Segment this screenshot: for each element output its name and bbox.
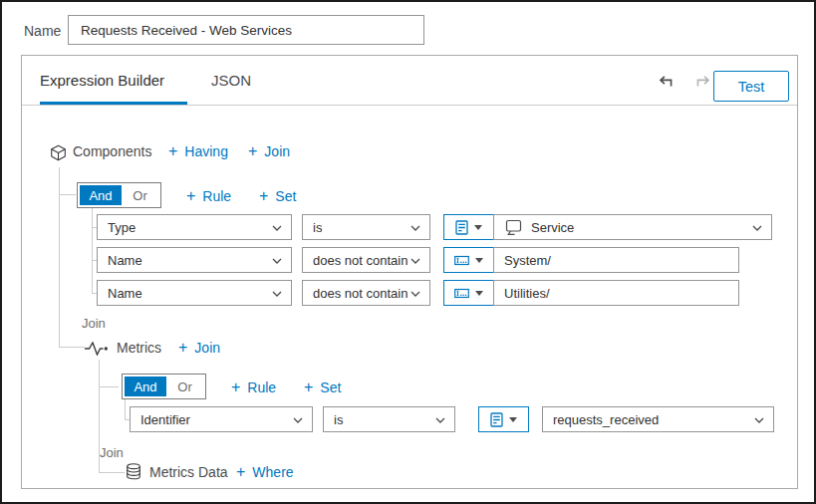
operator-select[interactable]: does not contain (302, 280, 430, 306)
plus-icon: + (304, 380, 313, 394)
caret-down-icon (475, 258, 483, 263)
cube-icon (50, 144, 67, 165)
text-input-icon (454, 286, 469, 301)
chevron-down-icon (410, 258, 420, 264)
tree-line (99, 472, 125, 473)
name-label: Name (24, 23, 61, 39)
chevron-down-icon (272, 291, 282, 297)
add-having-link[interactable]: + Having (168, 143, 228, 159)
join-label: Join (82, 316, 106, 331)
tree-line (92, 208, 93, 293)
plus-icon: + (259, 189, 268, 203)
chevron-down-icon (752, 225, 762, 231)
text-input-icon (454, 253, 469, 268)
add-where-link[interactable]: + Where (236, 464, 294, 480)
add-join-link-metrics[interactable]: + Join (178, 340, 220, 356)
field-select[interactable]: Type (97, 214, 292, 240)
metrics-node-label: Metrics (117, 340, 161, 356)
or-segment[interactable]: Or (122, 185, 158, 205)
operator-select[interactable]: is (323, 406, 455, 432)
name-input[interactable] (68, 15, 424, 45)
add-set-link[interactable]: + Set (304, 379, 341, 395)
value-input[interactable] (493, 280, 739, 306)
value-select[interactable]: Service (493, 214, 772, 240)
tree-line (59, 347, 85, 348)
caret-down-icon (509, 417, 517, 422)
or-segment[interactable]: Or (166, 377, 203, 396)
operator-select[interactable]: is (302, 214, 430, 240)
and-segment[interactable]: And (80, 185, 122, 205)
chevron-down-icon (272, 225, 282, 231)
service-icon (504, 219, 523, 236)
expression-builder-window: Name Expression Builder JSON Test Compon… (0, 0, 816, 504)
value-type-selector-button[interactable] (478, 406, 529, 432)
components-node-label: Components (73, 143, 151, 159)
join-label: Join (100, 445, 124, 460)
add-join-link-components[interactable]: + Join (248, 143, 290, 159)
caret-down-icon (475, 291, 483, 296)
pulse-icon (85, 342, 109, 360)
and-or-toggle: And Or (122, 374, 206, 399)
plus-icon: + (231, 380, 240, 394)
value-type-selector-button[interactable] (443, 280, 494, 306)
value-input[interactable] (493, 247, 739, 273)
field-select[interactable]: Name (97, 247, 292, 273)
field-select[interactable]: Identifier (130, 406, 313, 432)
database-icon (126, 463, 141, 484)
chevron-down-icon (410, 291, 420, 297)
chevron-down-icon (293, 417, 303, 423)
undo-icon[interactable] (656, 72, 676, 90)
chevron-down-icon (272, 258, 282, 264)
value-type-selector-button[interactable] (443, 247, 494, 273)
chevron-down-icon (410, 225, 420, 231)
add-rule-link[interactable]: + Rule (186, 188, 231, 204)
chevron-down-icon (435, 417, 445, 423)
caret-down-icon (474, 225, 482, 230)
operator-select[interactable]: does not contain (302, 247, 430, 273)
plus-icon: + (186, 189, 195, 203)
add-rule-link[interactable]: + Rule (231, 379, 276, 395)
tab-divider (22, 105, 797, 106)
tree-line (59, 194, 76, 195)
value-select[interactable]: requests_received (542, 406, 774, 432)
field-select[interactable]: Name (97, 280, 292, 306)
chevron-down-icon (754, 417, 764, 423)
plus-icon: + (236, 465, 245, 479)
builder-panel: Expression Builder JSON Test Components … (21, 55, 798, 489)
plus-icon: + (178, 341, 187, 355)
test-button[interactable]: Test (713, 71, 789, 102)
list-select-icon (455, 220, 468, 235)
add-set-link[interactable]: + Set (259, 188, 296, 204)
tree-line (125, 399, 126, 419)
redo-icon[interactable] (693, 72, 713, 90)
plus-icon: + (248, 144, 257, 158)
value-type-selector-button[interactable] (443, 214, 494, 240)
tree-line (99, 386, 119, 387)
tab-json[interactable]: JSON (211, 56, 251, 105)
and-segment[interactable]: And (125, 377, 166, 396)
metrics-data-node-label: Metrics Data (149, 464, 228, 480)
list-select-icon (490, 412, 503, 427)
plus-icon: + (168, 144, 177, 158)
and-or-toggle: And Or (77, 182, 161, 208)
tab-expression-builder[interactable]: Expression Builder (40, 56, 164, 105)
